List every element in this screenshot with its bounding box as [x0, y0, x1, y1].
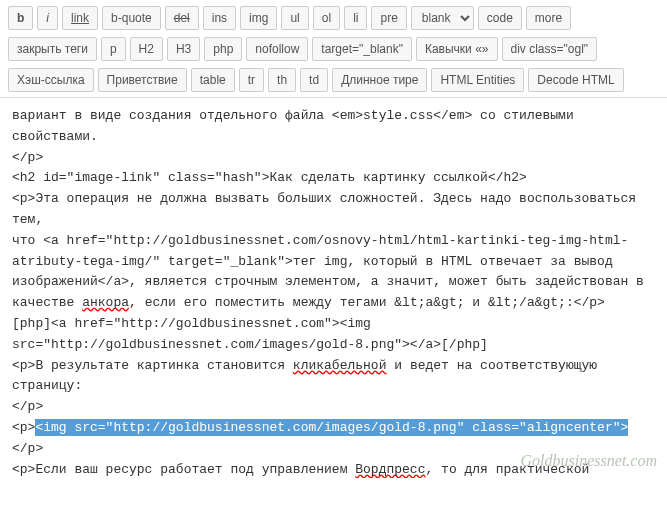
editor-toolbar: b i link b-quote del ins img ul ol li pr…	[0, 0, 667, 98]
italic-button[interactable]: i	[37, 6, 58, 30]
td-button[interactable]: td	[300, 68, 328, 92]
more-button[interactable]: more	[526, 6, 571, 30]
php-button[interactable]: php	[204, 37, 242, 61]
greeting-button[interactable]: Приветствие	[98, 68, 187, 92]
table-button[interactable]: table	[191, 68, 235, 92]
code-editor-textarea[interactable]: вариант в виде создания отдельного файла…	[0, 98, 667, 478]
tag-select[interactable]: blank	[411, 6, 474, 30]
code-line: </p>	[12, 399, 43, 414]
decode-html-button[interactable]: Decode HTML	[528, 68, 623, 92]
ul-button[interactable]: ul	[281, 6, 308, 30]
code-line: изображений</a>, является строчным элеме…	[12, 274, 644, 289]
spellcheck-word: анкора	[82, 295, 129, 310]
ol-button[interactable]: ol	[313, 6, 340, 30]
code-line: что <a href="http://goldbusinessnet.com/…	[12, 233, 628, 248]
target-blank-button[interactable]: target="_blank"	[312, 37, 412, 61]
li-button[interactable]: li	[344, 6, 367, 30]
nofollow-button[interactable]: nofollow	[246, 37, 308, 61]
quotes-button[interactable]: Кавычки «»	[416, 37, 498, 61]
link-button[interactable]: link	[62, 6, 98, 30]
th-button[interactable]: th	[268, 68, 296, 92]
code-line: вариант в виде создания отдельного файла…	[12, 108, 574, 144]
tr-button[interactable]: tr	[239, 68, 264, 92]
html-entities-button[interactable]: HTML Entities	[431, 68, 524, 92]
code-line: <p>Эта операция не должна вызвать больши…	[12, 191, 636, 227]
code-button[interactable]: code	[478, 6, 522, 30]
code-line: <h2 id="image-link" class="hash">Как сде…	[12, 170, 527, 185]
code-line: src="http://goldbusinessnet.com/images/g…	[12, 337, 488, 352]
ins-button[interactable]: ins	[203, 6, 236, 30]
div-ogl-button[interactable]: div class="ogl"	[502, 37, 598, 61]
code-line: [php]<a href="http://goldbusinessnet.com…	[12, 316, 371, 331]
code-line: , если его поместить между тегами &lt;a&…	[129, 295, 605, 310]
spellcheck-word: кликабельной	[293, 358, 387, 373]
code-line: </p>	[12, 441, 43, 456]
code-line: <p>	[12, 420, 35, 435]
code-line: </p>	[12, 150, 43, 165]
long-dash-button[interactable]: Длинное тире	[332, 68, 427, 92]
p-button[interactable]: p	[101, 37, 126, 61]
close-tags-button[interactable]: закрыть теги	[8, 37, 97, 61]
h3-button[interactable]: H3	[167, 37, 200, 61]
del-button[interactable]: del	[165, 6, 199, 30]
h2-button[interactable]: H2	[130, 37, 163, 61]
hash-link-button[interactable]: Хэш-ссылка	[8, 68, 94, 92]
watermark-text: Goldbusinessnet.com	[521, 448, 657, 474]
selected-text: <img src="http://goldbusinessnet.com/ima…	[35, 419, 628, 436]
pre-button[interactable]: pre	[371, 6, 406, 30]
bquote-button[interactable]: b-quote	[102, 6, 161, 30]
code-line: <p>В результате картинка становится	[12, 358, 293, 373]
code-line: atributy-tega-img/" target="_blank">тег …	[12, 254, 613, 269]
spellcheck-word: Вордпресс	[355, 462, 425, 477]
img-button[interactable]: img	[240, 6, 277, 30]
code-line: качестве	[12, 295, 82, 310]
bold-button[interactable]: b	[8, 6, 33, 30]
code-line: <p>Если ваш ресурс работает под управлен…	[12, 462, 355, 477]
